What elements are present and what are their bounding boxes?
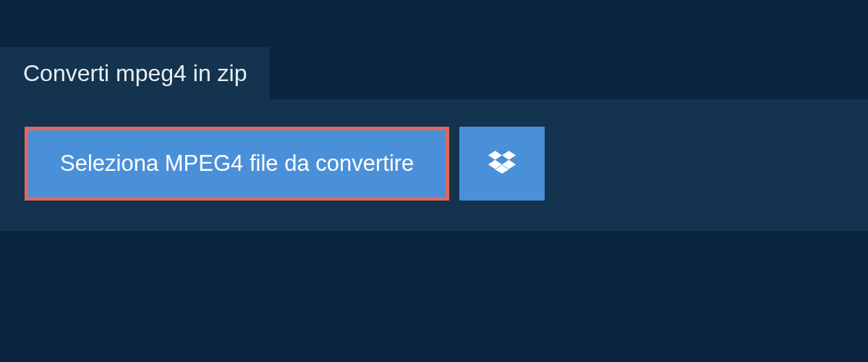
select-file-button[interactable]: Seleziona MPEG4 file da convertire xyxy=(25,127,449,201)
convert-panel: Seleziona MPEG4 file da convertire xyxy=(0,99,868,231)
dropbox-button[interactable] xyxy=(459,127,545,201)
dropbox-icon xyxy=(488,148,516,179)
tab-convert[interactable]: Converti mpeg4 in zip xyxy=(0,47,270,100)
button-row: Seleziona MPEG4 file da convertire xyxy=(25,127,843,201)
select-file-label: Seleziona MPEG4 file da convertire xyxy=(60,151,414,177)
